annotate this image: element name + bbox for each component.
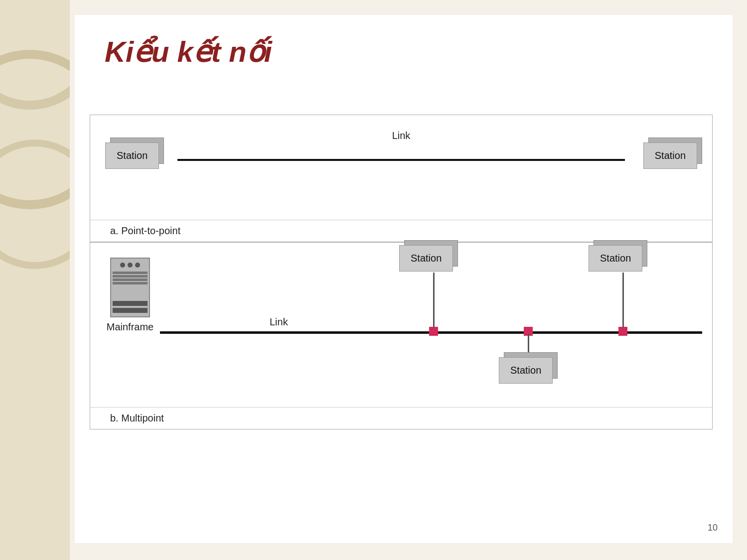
section-b-box: Mainframe Link Station [90, 242, 713, 429]
stripe1 [113, 272, 148, 274]
mainframe-icon: Mainframe [105, 258, 155, 333]
page-title: Kiểu kết nối [105, 35, 272, 69]
left-decoration [0, 0, 70, 560]
stripe4 [113, 282, 148, 284]
bottom-stripe2 [113, 308, 148, 313]
ptp-link-line [177, 159, 625, 161]
mainframe-dots [120, 263, 140, 268]
ptp-link-label: Link [392, 130, 411, 141]
mp-content: Mainframe Link Station [90, 243, 712, 407]
vert-line1 [433, 273, 435, 327]
mp-station3: Station [589, 245, 642, 272]
main-content: Kiểu kết nối Link Station Station [75, 15, 733, 543]
mainframe-stripes-bottom [113, 301, 148, 314]
ptp-content: Link Station Station [90, 115, 712, 220]
station-face-right: Station [643, 142, 697, 169]
station-face-left: Station [105, 142, 159, 169]
page-number: 10 [708, 523, 718, 533]
mp-station2: Station [499, 357, 553, 384]
mp-link-label: Link [270, 316, 288, 328]
ptp-station-right: Station [643, 142, 697, 169]
section-b-label: b. Multipoint [90, 407, 712, 429]
section-a-label: a. Point-to-point [90, 220, 712, 242]
mp-station1-face: Station [399, 245, 453, 272]
tap3 [618, 327, 627, 336]
bottom-stripe [113, 301, 148, 306]
mp-station3-face: Station [589, 245, 642, 272]
mainframe-body [110, 258, 150, 317]
dot3 [135, 263, 140, 268]
mainframe-label: Mainframe [105, 321, 155, 333]
stripe3 [113, 279, 148, 281]
ptp-station-left: Station [105, 142, 159, 169]
section-a-box: Link Station Station a. Point-to-point [90, 115, 713, 242]
stripe2 [113, 275, 148, 278]
circle3 [0, 140, 70, 269]
mp-station1: Station [399, 245, 453, 272]
dot1 [120, 263, 125, 268]
mainframe-stripes-top [113, 272, 148, 285]
diagrams-area: Link Station Station a. Point-to-point [90, 115, 713, 429]
tap1 [429, 327, 438, 336]
mp-station2-face: Station [499, 357, 553, 384]
vert-line3 [622, 273, 624, 327]
dot2 [128, 263, 133, 268]
